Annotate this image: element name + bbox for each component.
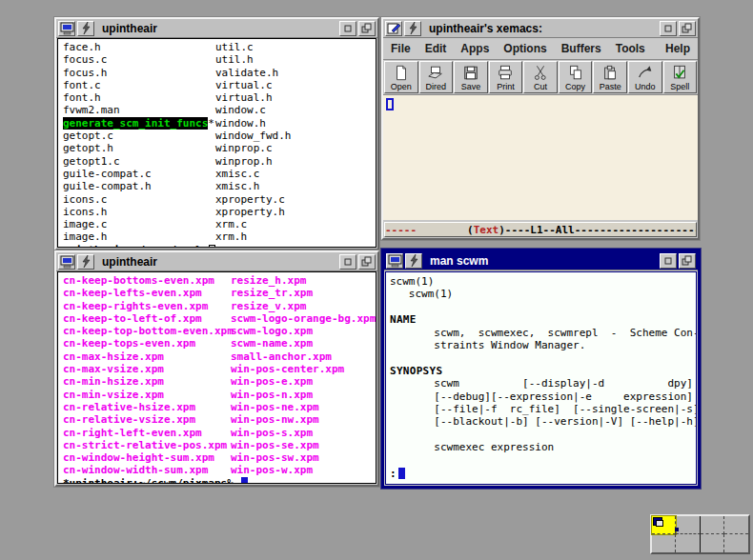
undo-button[interactable]: Undo xyxy=(628,61,662,93)
pager-mini-window xyxy=(656,520,663,527)
modeline-status: ----L1--All-------------------------- xyxy=(505,224,697,236)
pager-page[interactable] xyxy=(676,516,700,534)
close-button[interactable] xyxy=(404,21,421,36)
pager-page[interactable] xyxy=(701,516,724,534)
file-row: cn-keep-to-left-of.xpmscwm-logo-orange-b… xyxy=(63,312,374,325)
maximize-button[interactable] xyxy=(358,21,376,36)
pager-page[interactable] xyxy=(676,534,700,552)
file-row: font.cvirtual.c xyxy=(63,79,374,91)
titlebar[interactable]: man scwm xyxy=(384,251,698,270)
close-button[interactable] xyxy=(405,253,422,269)
pager-page[interactable] xyxy=(724,534,748,552)
man-line: scwm(1) xyxy=(390,288,694,300)
file-row: cn-keep-lefts-even.xpmresize_tr.xpm xyxy=(63,287,374,299)
file-list-src: face.hutil.cfocus.cutil.hfocus.hvalidate… xyxy=(63,41,374,244)
iconify-button[interactable] xyxy=(660,253,677,269)
man-line xyxy=(390,429,694,441)
text-cursor xyxy=(386,98,394,110)
toolbar-label: Spell xyxy=(670,82,689,91)
toolbar-label: Copy xyxy=(565,82,585,91)
terminal-output-pixmaps[interactable]: cn-keep-bottoms-even.xpmresize_h.xpmcn-k… xyxy=(57,271,376,484)
text-cursor xyxy=(241,477,248,484)
menu-options[interactable]: Options xyxy=(503,42,546,55)
toolbar-label: Undo xyxy=(635,82,656,91)
maximize-button[interactable] xyxy=(679,253,696,269)
overlapping-windows-icon xyxy=(361,256,373,267)
pager-prompt: : xyxy=(390,468,694,480)
iconify-icon xyxy=(343,257,353,267)
spell-button[interactable]: Spell xyxy=(663,61,698,93)
titlebar[interactable]: upintheair's xemacs: xyxy=(383,19,698,38)
executable-file-highlight: generate_scm_init_funcs xyxy=(63,117,208,130)
copy-button[interactable]: Copy xyxy=(559,61,593,93)
man-line: [--blackout|-b] [--version|-V] [--help|-… xyxy=(390,415,694,428)
overlapping-windows-icon xyxy=(682,255,693,266)
file-row: cn-window-height-sum.xpmwin-pos-sw.xpm xyxy=(63,451,374,464)
xemacs-buffer-area[interactable] xyxy=(383,95,698,220)
file-row: cn-min-hsize.xpmwin-pos-e.xpm xyxy=(63,375,374,388)
file-row: font.hvirtual.h xyxy=(63,91,374,104)
file-row: cn-max-vsize.xpmwin-pos-center.xpm xyxy=(63,363,374,375)
pager-page[interactable] xyxy=(652,534,676,552)
iconify-icon xyxy=(663,256,673,266)
man-page-output[interactable]: scwm(1) scwm(1) NAME scwm, scwmexec, scw… xyxy=(385,271,697,485)
toolbar-label: Cut xyxy=(534,82,547,91)
open-button[interactable]: Open xyxy=(384,61,418,93)
iconify-button[interactable] xyxy=(660,21,677,36)
dired-button[interactable]: Dired xyxy=(419,61,454,93)
close-button[interactable] xyxy=(77,21,94,36)
xemacs-window[interactable]: upintheair's xemacs: File Edit Apps Opti… xyxy=(381,17,700,240)
man-line: scwm(1) xyxy=(390,275,694,288)
lightning-icon xyxy=(81,22,92,34)
file-row: image.cxrm.c xyxy=(63,218,374,230)
file-row: focus.hvalidate.h xyxy=(63,67,374,79)
menu-apps[interactable]: Apps xyxy=(460,42,489,55)
toolbar-label: Print xyxy=(497,82,515,91)
man-line: [--file|-f rc_file] [--single-screen|-s] xyxy=(390,403,694,415)
shell-prompt-src: upintheair:~/scwm/src% xyxy=(63,244,374,248)
window-menu-button[interactable] xyxy=(386,253,403,269)
save-button[interactable]: Save xyxy=(454,61,488,93)
window-menu-button[interactable] xyxy=(385,21,402,36)
menu-help[interactable]: Help xyxy=(665,42,690,55)
paste-button[interactable]: Paste xyxy=(593,61,627,93)
titlebar[interactable]: upintheair xyxy=(56,19,377,38)
menu-buffers[interactable]: Buffers xyxy=(561,42,601,55)
window-title: upintheair xyxy=(96,255,337,269)
menu-file[interactable]: File xyxy=(391,42,411,55)
man-line: scwmexec expression xyxy=(390,441,694,453)
close-button[interactable] xyxy=(77,254,94,270)
desktop-pager[interactable] xyxy=(650,514,750,554)
window-menu-button[interactable] xyxy=(58,254,75,270)
modeline-gap xyxy=(417,224,467,236)
xterm-window-src[interactable]: upintheair face.hutil.cfocus.cutil.hfocu… xyxy=(54,17,379,250)
maximize-button[interactable] xyxy=(679,21,696,36)
pager-page-active[interactable] xyxy=(652,516,676,534)
titlebar[interactable]: upintheair xyxy=(56,252,377,271)
iconify-button[interactable] xyxy=(339,254,356,270)
man-line: scwm [--display|-d dpy] xyxy=(390,377,694,390)
pager-page[interactable] xyxy=(724,516,748,534)
terminal-output-src[interactable]: face.hutil.cfocus.cutil.hfocus.hvalidate… xyxy=(57,38,376,248)
xterm-window-pixmaps[interactable]: upintheair cn-keep-bottoms-even.xpmresiz… xyxy=(54,250,379,487)
window-menu-button[interactable] xyxy=(58,21,75,36)
print-button[interactable]: Print xyxy=(489,61,523,93)
terminal-icon xyxy=(388,254,402,268)
iconify-button[interactable] xyxy=(339,21,356,36)
file-row: generate_scm_init_funcs*window.h xyxy=(63,117,374,130)
menu-edit[interactable]: Edit xyxy=(425,42,447,55)
man-line xyxy=(390,301,694,313)
menu-tools[interactable]: Tools xyxy=(616,42,645,55)
cut-button[interactable]: Cut xyxy=(523,61,558,93)
man-line: straints Window Manager. xyxy=(390,339,694,351)
file-list-pixmaps: cn-keep-bottoms-even.xpmresize_h.xpmcn-k… xyxy=(63,274,374,477)
pager-page[interactable] xyxy=(701,534,724,552)
shell-prompt-pixmaps: *upintheair:~/scwm/pixmaps% xyxy=(63,477,374,484)
window-title: upintheair's xemacs: xyxy=(423,22,658,35)
man-line: NAME xyxy=(390,313,694,326)
file-row: fvwm2.manwindow.c xyxy=(63,104,374,116)
maximize-button[interactable] xyxy=(358,254,376,270)
file-row: cn-keep-tops-even.xpmscwm-name.xpm xyxy=(63,337,374,350)
scissors-icon xyxy=(532,64,549,82)
man-scwm-window[interactable]: man scwm scwm(1) scwm(1) NAME scwm, scwm… xyxy=(381,249,701,489)
